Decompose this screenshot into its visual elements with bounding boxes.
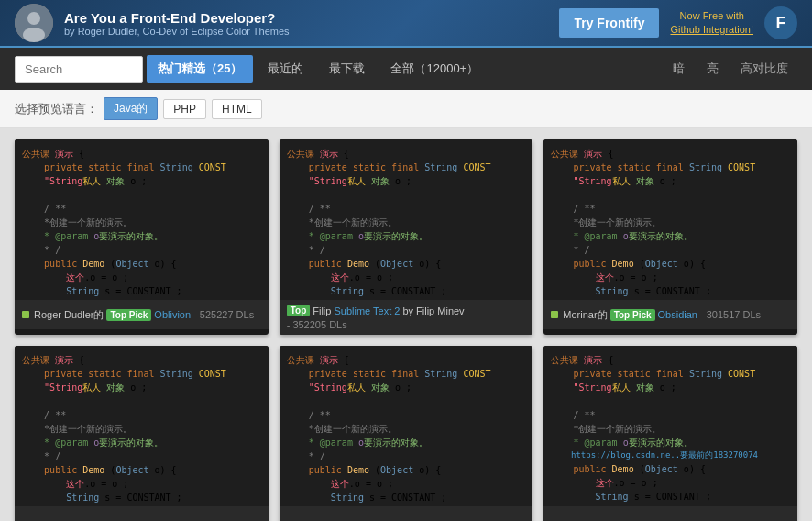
tab-most-downloaded[interactable]: 最下载 bbox=[318, 55, 376, 83]
theme-card-6: 公共课 演示 { private static final String CON… bbox=[543, 346, 797, 521]
theme-card-4: 公共课 演示 { private static final String CON… bbox=[15, 346, 269, 521]
theme-card-1: 公共课 演示 { private static final String CON… bbox=[15, 139, 269, 335]
theme-card-3: 公共课 演示 { private static final String CON… bbox=[543, 139, 797, 335]
card-footer-2: Top Filip Sublime Text 2 by Filip Minev … bbox=[280, 300, 533, 335]
dl-count-3: - 301517 DLs bbox=[700, 309, 761, 320]
code-preview-2: 公共课 演示 { private static final String CON… bbox=[280, 139, 533, 300]
top-badge-2: Top bbox=[287, 305, 311, 316]
navbar: 热门精选（25） 最近的 最下载 全部（12000+） 暗 亮 高对比度 bbox=[0, 48, 812, 90]
banner: Are You a Front-End Developer? by Roger … bbox=[0, 0, 812, 48]
theme-link-2[interactable]: Sublime Text 2 bbox=[334, 305, 400, 316]
card-footer-6 bbox=[543, 506, 797, 521]
banner-text-block: Are You a Front-End Developer? by Roger … bbox=[64, 10, 548, 37]
card-footer-3: Morinar的 Top Pick Obsidian - 301517 DLs bbox=[543, 300, 797, 329]
theme-link-3[interactable]: Obsidian bbox=[658, 309, 697, 320]
tab-hot[interactable]: 热门精选（25） bbox=[147, 55, 253, 83]
dl-count-1: - 525227 DLs bbox=[193, 309, 254, 320]
language-bar: 选择预览语言： Java的 PHP HTML bbox=[0, 90, 812, 128]
dark-mode-button[interactable]: 暗 bbox=[664, 56, 694, 82]
card-footer-5 bbox=[280, 506, 533, 521]
search-input[interactable] bbox=[15, 56, 143, 83]
github-integration-link[interactable]: Github Integration! bbox=[670, 24, 753, 35]
author-name-3: Morinar的 bbox=[563, 308, 607, 322]
author-badge-1 bbox=[22, 311, 29, 318]
author-name-1: Roger Dudler的 bbox=[34, 308, 104, 322]
frontify-logo: F bbox=[764, 6, 797, 39]
themes-grid: 公共课 演示 { private static final String CON… bbox=[15, 139, 797, 521]
banner-title: Are You a Front-End Developer? bbox=[64, 10, 548, 26]
lang-php-button[interactable]: PHP bbox=[163, 99, 206, 119]
code-preview-6: 公共课 演示 { private static final String CON… bbox=[543, 346, 797, 506]
lang-label: 选择预览语言： bbox=[15, 101, 98, 117]
card-footer-4 bbox=[15, 506, 269, 521]
top-pick-badge-3: Top Pick bbox=[610, 309, 655, 321]
light-mode-button[interactable]: 亮 bbox=[697, 56, 728, 82]
tab-recent[interactable]: 最近的 bbox=[257, 55, 314, 83]
lang-java-button[interactable]: Java的 bbox=[104, 97, 158, 120]
try-frontify-button[interactable]: Try Frontify bbox=[559, 8, 659, 38]
code-preview-5: 公共课 演示 { private static final String CON… bbox=[280, 346, 533, 506]
theme-link-1[interactable]: Oblivion bbox=[154, 309, 191, 320]
svg-point-1 bbox=[27, 12, 40, 25]
banner-free-text: Now Free with Github Integration! bbox=[670, 9, 753, 38]
author-name-2: Filip bbox=[313, 305, 331, 316]
svg-point-2 bbox=[23, 28, 45, 42]
card-footer-1: Roger Dudler的 Top Pick Oblivion - 525227… bbox=[15, 300, 269, 329]
dl-count-2: - 352205 DLs bbox=[287, 319, 347, 330]
themes-grid-area: 公共课 演示 { private static final String CON… bbox=[0, 128, 812, 521]
high-contrast-button[interactable]: 高对比度 bbox=[731, 56, 797, 82]
author-badge-3 bbox=[551, 311, 558, 318]
code-preview-3: 公共课 演示 { private static final String CON… bbox=[543, 139, 797, 300]
code-preview-4: 公共课 演示 { private static final String CON… bbox=[15, 346, 269, 506]
author-suffix-2: by Filip Minev bbox=[402, 305, 464, 316]
theme-card-5: 公共课 演示 { private static final String CON… bbox=[280, 346, 533, 521]
banner-avatar bbox=[15, 4, 53, 42]
lang-html-button[interactable]: HTML bbox=[212, 99, 262, 119]
banner-subtitle: by Roger Dudler, Co-Dev of Eclipse Color… bbox=[64, 26, 548, 37]
top-pick-badge-1: Top Pick bbox=[106, 309, 151, 321]
theme-card-2: 公共课 演示 { private static final String CON… bbox=[280, 139, 533, 335]
code-preview-1: 公共课 演示 { private static final String CON… bbox=[15, 139, 269, 300]
tab-all[interactable]: 全部（12000+） bbox=[379, 55, 489, 83]
